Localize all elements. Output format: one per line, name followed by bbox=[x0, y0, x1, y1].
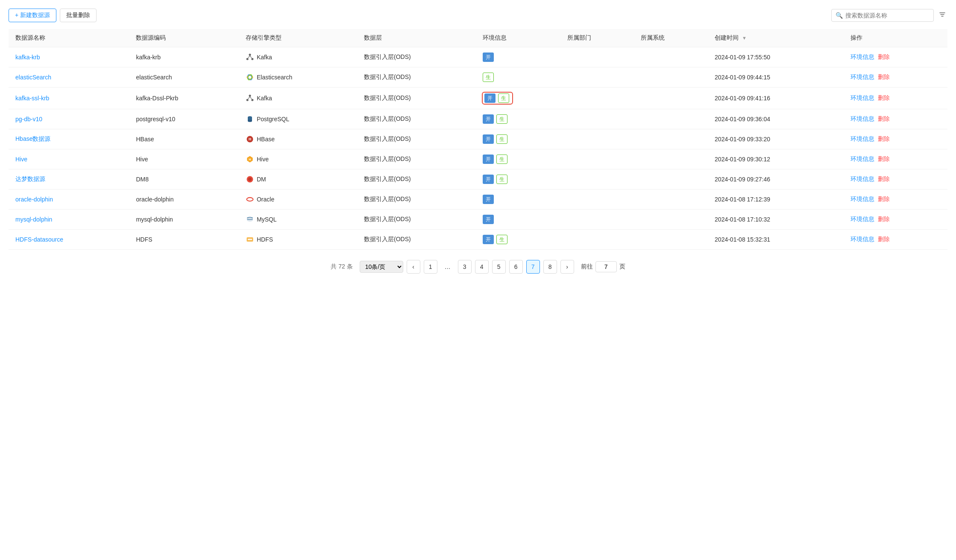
datasource-code-cell: kafka-Dssl-Pkrb bbox=[129, 88, 239, 109]
page-5-button[interactable]: 5 bbox=[492, 260, 506, 274]
engine-cell: HHive bbox=[239, 149, 357, 169]
env-info-link[interactable]: 环境信息 bbox=[850, 236, 874, 243]
page-size-select[interactable]: 10条/页 20条/页 50条/页 bbox=[360, 261, 403, 273]
delete-link[interactable]: 删除 bbox=[878, 53, 890, 61]
delete-link[interactable]: 删除 bbox=[878, 115, 890, 123]
mysql-icon bbox=[246, 215, 254, 224]
datasource-name-link[interactable]: Hbase数据源 bbox=[15, 135, 50, 142]
datasource-name-link[interactable]: Hive bbox=[15, 156, 27, 163]
env-info-link[interactable]: 环境信息 bbox=[850, 195, 874, 203]
table-row: oracle-dolphinoracle-dolphinOracle数据引入层(… bbox=[9, 190, 947, 210]
dept-cell bbox=[560, 109, 634, 129]
datasource-code-cell: mysql-dolphin bbox=[129, 210, 239, 230]
delete-link[interactable]: 删除 bbox=[878, 73, 890, 81]
datasource-code-cell: oracle-dolphin bbox=[129, 190, 239, 210]
datasource-name-cell: pg-db-v10 bbox=[9, 109, 129, 129]
env-cell: 开 bbox=[476, 47, 560, 67]
data-layer-cell: 数据引入层(ODS) bbox=[357, 129, 476, 149]
dept-cell bbox=[560, 210, 634, 230]
new-datasource-button[interactable]: + 新建数据源 bbox=[9, 9, 56, 22]
system-cell bbox=[634, 169, 708, 190]
datasource-code-cell: elasticSearch bbox=[129, 67, 239, 88]
datasource-name-link[interactable]: pg-db-v10 bbox=[15, 116, 42, 122]
env-cell: 开生 bbox=[476, 88, 560, 109]
datasource-name-link[interactable]: 达梦数据源 bbox=[15, 175, 45, 182]
data-layer-cell: 数据引入层(ODS) bbox=[357, 88, 476, 109]
page-ellipsis: … bbox=[441, 260, 455, 274]
env-info-link[interactable]: 环境信息 bbox=[850, 216, 874, 223]
system-cell bbox=[634, 67, 708, 88]
page-3-button[interactable]: 3 bbox=[458, 260, 472, 274]
env-badge: 开 bbox=[483, 134, 494, 144]
env-cell: 开生 bbox=[476, 129, 560, 149]
env-info-link[interactable]: 环境信息 bbox=[850, 135, 874, 143]
engine-label: Kafka bbox=[257, 95, 272, 102]
datasource-name-link[interactable]: HDFS-datasource bbox=[15, 236, 63, 243]
datasource-name-link[interactable]: mysql-dolphin bbox=[15, 216, 52, 223]
svg-point-9 bbox=[246, 99, 249, 101]
goto-input[interactable] bbox=[595, 261, 617, 272]
engine-label: Oracle bbox=[257, 196, 274, 203]
datasource-name-link[interactable]: elasticSearch bbox=[15, 74, 51, 81]
datasource-name-link[interactable]: oracle-dolphin bbox=[15, 196, 53, 203]
page-7-button[interactable]: 7 bbox=[526, 260, 540, 274]
delete-link[interactable]: 删除 bbox=[878, 195, 890, 203]
env-cell: 开生 bbox=[476, 109, 560, 129]
created-time-cell: 2024-01-09 09:33:20 bbox=[708, 129, 844, 149]
table-row: 达梦数据源DM8DM数据引入层(ODS)开生2024-01-09 09:27:4… bbox=[9, 169, 947, 190]
page-8-button[interactable]: 8 bbox=[543, 260, 557, 274]
delete-link[interactable]: 删除 bbox=[878, 236, 890, 243]
data-layer-cell: 数据引入层(ODS) bbox=[357, 47, 476, 67]
env-info-link[interactable]: 环境信息 bbox=[850, 94, 874, 102]
table-row: pg-db-v10postgresql-v10PostgreSQL数据引入层(O… bbox=[9, 109, 947, 129]
engine-cell: Elasticsearch bbox=[239, 67, 357, 88]
env-info-link[interactable]: 环境信息 bbox=[850, 53, 874, 61]
delete-link[interactable]: 删除 bbox=[878, 175, 890, 183]
delete-link[interactable]: 删除 bbox=[878, 216, 890, 223]
dept-cell bbox=[560, 169, 634, 190]
action-cell: 环境信息删除 bbox=[844, 129, 947, 149]
svg-point-21 bbox=[248, 178, 252, 181]
delete-link[interactable]: 删除 bbox=[878, 94, 890, 102]
engine-label: DM bbox=[257, 176, 266, 183]
datasource-code-cell: Hive bbox=[129, 149, 239, 169]
env-info-link[interactable]: 环境信息 bbox=[850, 155, 874, 163]
env-badge: 生 bbox=[496, 114, 507, 124]
search-input[interactable] bbox=[831, 9, 934, 22]
col-header-dept: 所属部门 bbox=[560, 29, 634, 47]
datasource-name-link[interactable]: kafka-krb bbox=[15, 54, 40, 61]
page-prev-button[interactable]: ‹ bbox=[407, 260, 420, 274]
system-cell bbox=[634, 88, 708, 109]
oracle-icon bbox=[246, 195, 254, 204]
page-4-button[interactable]: 4 bbox=[475, 260, 489, 274]
env-info-link[interactable]: 环境信息 bbox=[850, 73, 874, 81]
datasource-name-cell: elasticSearch bbox=[9, 67, 129, 88]
created-time-cell: 2024-01-08 17:10:32 bbox=[708, 210, 844, 230]
datasource-code-cell: kafka-krb bbox=[129, 47, 239, 67]
datasource-code-cell: HBase bbox=[129, 129, 239, 149]
page-6-button[interactable]: 6 bbox=[509, 260, 523, 274]
page-next-button[interactable]: › bbox=[560, 260, 574, 274]
svg-text:H: H bbox=[249, 137, 251, 141]
action-cell: 环境信息删除 bbox=[844, 67, 947, 88]
search-area: 🔍 bbox=[831, 9, 947, 22]
datasource-name-cell: Hive bbox=[9, 149, 129, 169]
batch-delete-button[interactable]: 批量删除 bbox=[60, 9, 97, 22]
filter-icon-button[interactable] bbox=[937, 9, 947, 21]
page-1-button[interactable]: 1 bbox=[424, 260, 437, 274]
datasource-name-link[interactable]: kafka-ssl-krb bbox=[15, 95, 49, 102]
svg-point-1 bbox=[246, 58, 249, 60]
datasource-code-cell: DM8 bbox=[129, 169, 239, 190]
data-layer-cell: 数据引入层(ODS) bbox=[357, 109, 476, 129]
hbase-icon: H bbox=[246, 135, 254, 143]
search-input-wrap: 🔍 bbox=[831, 9, 934, 22]
delete-link[interactable]: 删除 bbox=[878, 135, 890, 143]
col-header-engine: 存储引擎类型 bbox=[239, 29, 357, 47]
env-info-link[interactable]: 环境信息 bbox=[850, 115, 874, 123]
delete-link[interactable]: 删除 bbox=[878, 155, 890, 163]
col-header-created[interactable]: 创建时间 ▼ bbox=[708, 29, 844, 47]
env-cell: 开 bbox=[476, 210, 560, 230]
goto-label: 前往 bbox=[581, 263, 593, 271]
env-info-link[interactable]: 环境信息 bbox=[850, 175, 874, 183]
action-cell: 环境信息删除 bbox=[844, 190, 947, 210]
